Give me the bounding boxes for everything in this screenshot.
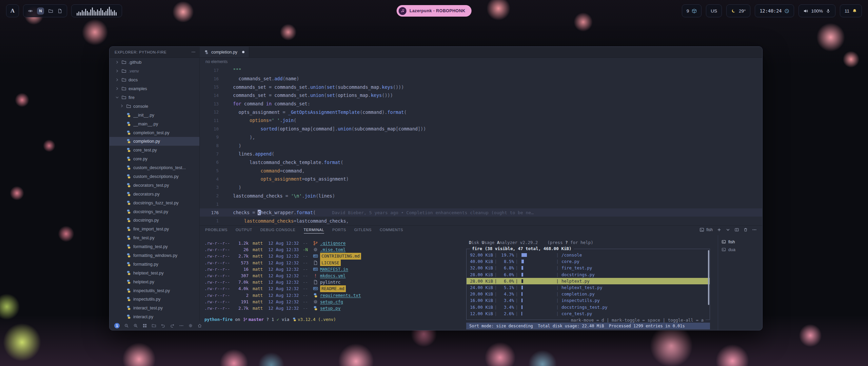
code-line[interactable]: 11 options=' '.join(: [200, 116, 762, 125]
tree-item-examples[interactable]: examples: [110, 84, 199, 93]
panel-tab-output[interactable]: OUTPUT: [236, 228, 252, 232]
line-number[interactable]: 3: [200, 185, 219, 190]
code-line[interactable]: 176 checks = check_wrapper.format(David …: [200, 208, 762, 217]
code-line[interactable]: 10 sorted(options_map[command].union(sub…: [200, 125, 762, 133]
code-line[interactable]: 4 opts_assignment=opts_assignment): [200, 175, 762, 183]
tree-item-docstrings_test.py[interactable]: docstrings_test.py: [110, 207, 199, 216]
tree-item-interact.py[interactable]: interact.py: [110, 312, 199, 321]
tree-item-__init__.py[interactable]: __init__.py: [110, 110, 199, 119]
code-line[interactable]: 17 """: [200, 66, 762, 75]
tree-item-formatting_windows.py[interactable]: formatting_windows.py: [110, 251, 199, 260]
terminal-profile[interactable]: fish: [699, 227, 713, 232]
code-line[interactable]: 1: [200, 200, 762, 208]
code-line[interactable]: 8 ): [200, 141, 762, 150]
workspaces-widget[interactable]: N: [23, 4, 67, 17]
modified-dot-icon[interactable]: [242, 51, 244, 53]
code-line[interactable]: 15 commands_set = commands_set.union(set…: [200, 83, 762, 91]
tree-item-custom_descriptions.py[interactable]: custom_descriptions.py: [110, 172, 199, 181]
dua-row-completion.py[interactable]: 20.00 KiB|4.3%||completion.py: [467, 291, 710, 297]
tree-item-fire[interactable]: fire: [110, 93, 199, 102]
dua-row-helptext.py[interactable]: 28.00 KiB|6.0%||helptext.py: [467, 278, 710, 284]
code-line[interactable]: 9 ),: [200, 133, 762, 142]
code-line[interactable]: 5 command=command,: [200, 166, 762, 175]
line-number[interactable]: 5: [200, 168, 219, 173]
panel-more-icon[interactable]: [752, 227, 757, 232]
explorer-more-icon[interactable]: [191, 50, 196, 54]
line-number[interactable]: 1: [200, 202, 219, 207]
updates-widget[interactable]: 9: [682, 4, 702, 17]
tree-item-__main__.py[interactable]: __main__.py: [110, 119, 199, 128]
redo-icon[interactable]: [170, 323, 175, 328]
terminal-session-fish[interactable]: fish: [718, 238, 762, 246]
code-line[interactable]: 13 for command in commands_set:: [200, 100, 762, 108]
line-number[interactable]: 9: [200, 135, 219, 140]
code-line[interactable]: 7 lines.append(: [200, 150, 762, 158]
tree-item-console[interactable]: console: [110, 102, 199, 110]
code-line[interactable]: 12 opts_assignment = _GetOptsAssignmentT…: [200, 108, 762, 116]
media-widget[interactable]: Lazerpunk - ROBOPHONK: [397, 5, 472, 17]
code-line[interactable]: 1 lastcommand_checks=lastcommand_checks,: [200, 217, 762, 225]
dua-row-docstrings_test.py[interactable]: 16.00 KiB|3.4%||docstrings_test.py: [467, 304, 710, 310]
tree-item-decorators_test.py[interactable]: decorators_test.py: [110, 181, 199, 189]
dua-row-docstrings.py[interactable]: 28.00 KiB|6.0%||docstrings.py: [467, 271, 710, 278]
dua-row-inspectutils.py[interactable]: 16.00 KiB|3.4%||inspectutils.py: [467, 297, 710, 304]
dua-row-console[interactable]: 92.00 KiB|19.7%||/console: [467, 252, 710, 258]
line-number[interactable]: 15: [200, 84, 219, 89]
tree-item-completion_test.py[interactable]: completion_test.py: [110, 128, 199, 137]
line-number[interactable]: 13: [200, 101, 219, 106]
folder-icon[interactable]: [152, 323, 156, 328]
tree-item-core_test.py[interactable]: core_test.py: [110, 146, 199, 155]
grid-icon[interactable]: [142, 323, 147, 328]
code-line[interactable]: 6 lastcommand_check_template.format(: [200, 158, 762, 167]
tree-item-docs[interactable]: docs: [110, 76, 199, 84]
search-minus-icon[interactable]: [124, 323, 129, 328]
kill-terminal-icon[interactable]: [743, 227, 748, 232]
workspace-n[interactable]: N: [37, 7, 44, 15]
breadcrumb[interactable]: no elements: [200, 57, 762, 66]
new-terminal-icon[interactable]: [717, 227, 722, 232]
home-icon[interactable]: [197, 323, 202, 328]
clock-widget[interactable]: 12:40:24: [755, 4, 794, 17]
tree-item-custom_descriptions_test...[interactable]: custom_descriptions_test...: [110, 163, 199, 172]
split-terminal-icon[interactable]: [734, 227, 739, 232]
tree-item-interact_test.py[interactable]: interact_test.py: [110, 304, 199, 312]
terminal-dropdown-icon[interactable]: [726, 227, 730, 232]
tree-item-fire_test.py[interactable]: fire_test.py: [110, 233, 199, 242]
tree-item-.github[interactable]: .github: [110, 58, 199, 67]
panel-tab-ports[interactable]: PORTS: [332, 228, 346, 232]
code-line[interactable]: 3 ): [200, 183, 762, 192]
panel-tab-gitlens[interactable]: GITLENS: [354, 228, 372, 232]
tree-item-completion.py[interactable]: completion.py: [110, 137, 199, 146]
dua-row-core.py[interactable]: 40.00 KiB|8.5%||core.py: [467, 258, 710, 265]
line-number[interactable]: 14: [200, 93, 219, 98]
tree-item-inspectutils.py[interactable]: inspectutils.py: [110, 295, 199, 304]
line-number[interactable]: 176: [200, 210, 219, 215]
undo-icon[interactable]: [161, 323, 165, 328]
terminal-session-dua[interactable]: dua: [718, 246, 762, 253]
tree-item-helptext_test.py[interactable]: helptext_test.py: [110, 268, 199, 277]
tab-completion-py[interactable]: completion.py: [200, 47, 249, 57]
scrollbar-thumb[interactable]: [708, 250, 709, 305]
launcher-button[interactable]: A: [6, 4, 19, 17]
line-number[interactable]: 1: [200, 218, 219, 223]
line-number[interactable]: 8: [200, 143, 219, 148]
disk-usage-analyzer[interactable]: Disk Usage Analyzer v2.29.2 (press ? for…: [466, 234, 712, 329]
tree-item-core.py[interactable]: core.py: [110, 155, 199, 163]
search-plus-icon[interactable]: [133, 323, 138, 328]
tree-item-formatting.py[interactable]: formatting.py: [110, 260, 199, 268]
workspace-file-icon[interactable]: [57, 8, 62, 14]
line-number[interactable]: 12: [200, 109, 219, 115]
workspace-eye-icon[interactable]: [28, 8, 33, 14]
tree-item-.venv[interactable]: .venv: [110, 67, 199, 76]
dua-row-helptext_test.py[interactable]: 24.00 KiB|5.1%||helptext_test.py: [467, 284, 710, 291]
line-number[interactable]: 6: [200, 160, 219, 165]
tree-item-docstrings.py[interactable]: docstrings.py: [110, 216, 199, 225]
line-number[interactable]: 4: [200, 177, 219, 182]
ellipsis-icon[interactable]: [179, 323, 184, 328]
line-number[interactable]: 11: [200, 118, 219, 123]
terminal[interactable]: .rw-r--r--1.2kmatt12 Aug 12:32--.gitigno…: [200, 234, 466, 330]
line-number[interactable]: 10: [200, 126, 219, 131]
code-editor[interactable]: 17 """16 commands_set.add(name)15 comman…: [200, 66, 762, 225]
panel-tab-terminal[interactable]: TERMINAL: [304, 228, 324, 232]
tree-item-fire_import_test.py[interactable]: fire_import_test.py: [110, 225, 199, 233]
